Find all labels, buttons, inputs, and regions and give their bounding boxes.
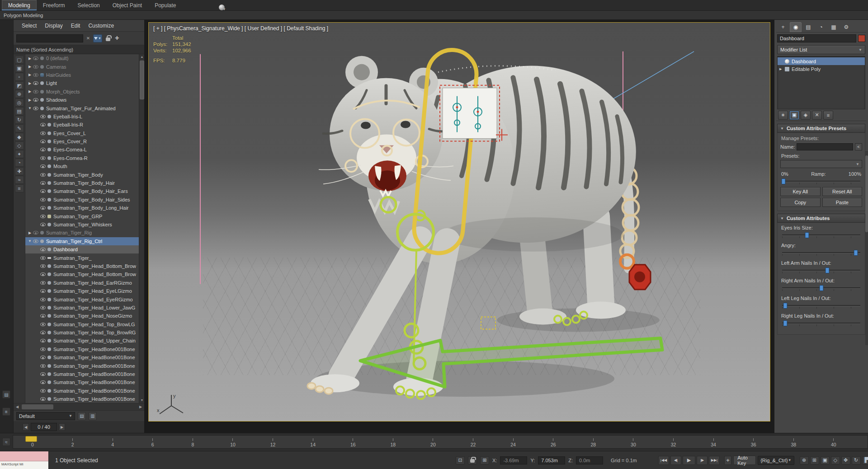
tree-vertical-scrollbar[interactable]: ▲ ▼ <box>139 54 144 403</box>
tree-row[interactable]: ▶ Sumatran_Tiger_Rig <box>25 229 139 237</box>
tree-row[interactable]: ▼ Sumatran_Tiger_Fur_Animated <box>25 104 139 112</box>
tree-horizontal-scrollbar[interactable]: ◀ ▶ <box>14 403 144 410</box>
tree-row[interactable]: Sumatran_Tiger_Body_Long_Hair <box>25 204 139 212</box>
ribbon-tab[interactable]: Object Paint <box>106 0 148 10</box>
pin-stack-icon[interactable]: ∗ <box>778 111 788 120</box>
visibility-eye-icon[interactable] <box>33 98 38 102</box>
scroll-right-icon[interactable]: ▶ <box>137 405 144 409</box>
zoom-extents-icon[interactable]: ▣ <box>821 456 830 464</box>
visibility-eye-icon[interactable] <box>33 90 38 94</box>
tree-row[interactable]: Dashboard <box>25 245 139 253</box>
copy-button[interactable]: Copy <box>780 198 821 207</box>
visibility-eye-icon[interactable] <box>40 198 46 202</box>
visibility-eye-icon[interactable] <box>33 73 38 77</box>
visibility-eye-icon[interactable] <box>40 173 46 177</box>
y-coordinate-field[interactable]: 7.053m <box>538 456 565 464</box>
tree-row[interactable]: Eyeball-Iris-L <box>25 113 139 121</box>
explorer-menu-item[interactable]: Display <box>41 22 66 30</box>
visibility-eye-icon[interactable] <box>40 356 46 359</box>
tree-row[interactable]: Sumatran_Tiger_Whiskers <box>25 220 139 229</box>
visibility-eye-icon[interactable] <box>40 281 46 285</box>
tree-row[interactable]: Sumatran_Tiger_Head_NoseGizmo <box>25 312 139 320</box>
filter-shapes-icon[interactable]: ◇ <box>15 141 24 150</box>
viewport-label[interactable]: [ + ] [ PhysCamera_Signature_Wide ] [ Us… <box>153 25 328 32</box>
maxscript-mini-listener[interactable]: MAXScript Mi <box>0 451 49 469</box>
tree-column-header[interactable]: Name (Sorted Ascending) <box>14 45 144 54</box>
select-invert-icon[interactable]: ◩ <box>15 81 24 89</box>
filter-bones-icon[interactable]: ≈ <box>15 176 24 184</box>
attribute-slider[interactable] <box>782 320 860 326</box>
auto-key-button[interactable]: Auto Key <box>733 456 756 465</box>
expand-arrow-icon[interactable]: ▶ <box>27 65 33 69</box>
tree-row[interactable]: Sumatran_Tiger_Head_Bottom_Brow <box>25 270 139 278</box>
layer-display-icon[interactable]: ▤ <box>78 412 86 420</box>
visibility-eye-icon[interactable] <box>33 56 38 60</box>
search-input[interactable] <box>16 34 83 42</box>
visibility-eye-icon[interactable] <box>40 156 46 160</box>
rollout-custom-attributes[interactable]: ▼ Custom Attributes <box>777 214 865 223</box>
expand-arrow-icon[interactable]: ▼ <box>27 239 33 243</box>
object-name-field[interactable] <box>777 34 856 42</box>
scrollbar-thumb[interactable] <box>140 61 144 99</box>
scrollbar-thumb[interactable] <box>865 155 868 232</box>
find-icon[interactable]: ◎ <box>15 98 24 107</box>
add-explorer-icon[interactable]: ✚ <box>115 35 119 41</box>
tree-row[interactable]: Sumatran_Tiger_HeadBone001Bone <box>25 370 139 378</box>
attribute-slider[interactable] <box>782 267 860 273</box>
pan-icon[interactable]: ✥ <box>841 456 850 464</box>
preset-store-button[interactable]: < <box>855 143 862 150</box>
visibility-eye-icon[interactable] <box>40 256 46 260</box>
filter-lights-icon[interactable]: ✦ <box>15 150 24 158</box>
visibility-eye-icon[interactable] <box>40 364 46 368</box>
visibility-eye-icon[interactable] <box>40 289 46 293</box>
modifier-stack-row[interactable]: ▶ Editable Poly <box>778 65 865 73</box>
pick-rename-icon[interactable]: ✎ <box>15 124 24 132</box>
maximize-viewport-icon[interactable]: ▛ <box>862 456 868 464</box>
create-tab-icon[interactable]: + <box>777 22 789 32</box>
lock-cell-icon[interactable]: ▤ <box>15 107 24 115</box>
visibility-eye-icon[interactable] <box>40 140 46 143</box>
ribbon-tab[interactable]: Freeform <box>37 0 71 10</box>
previous-frame-button[interactable]: ◀| <box>670 456 681 465</box>
visibility-eye-icon[interactable] <box>40 323 46 326</box>
tree-row[interactable]: ▶ Light <box>25 79 139 87</box>
tree-row[interactable]: Eyes_Cover_L <box>25 129 139 137</box>
modify-tab-icon[interactable]: ◉ <box>790 22 802 32</box>
visibility-eye-icon[interactable] <box>33 231 38 234</box>
configure-modifier-sets-icon[interactable]: ≡ <box>823 111 833 120</box>
z-coordinate-field[interactable]: 0.0m <box>576 456 603 464</box>
visibility-eye-icon[interactable] <box>40 123 46 127</box>
tree-row[interactable]: Sumatran_Tiger_HeadBone001Bone <box>25 345 139 353</box>
list-view-icon[interactable]: ▥ <box>89 412 97 420</box>
field-of-view-icon[interactable]: ◇ <box>831 456 840 464</box>
tree-row[interactable]: Sumatran_Tiger_HeadBone001Bone <box>25 361 139 370</box>
zoom-icon[interactable]: ⊕ <box>800 456 809 464</box>
visibility-eye-icon[interactable] <box>40 339 46 342</box>
slider-thumb[interactable] <box>783 303 787 309</box>
visibility-eye-icon[interactable] <box>40 215 46 218</box>
visibility-eye-icon[interactable] <box>40 389 46 393</box>
filter-helpers-icon[interactable]: ✚ <box>15 167 24 175</box>
modifier-list-dropdown[interactable]: Modifier List▼ <box>777 45 865 54</box>
viewport[interactable]: [ + ] [ PhysCamera_Signature_Wide ] [ Us… <box>148 22 770 422</box>
slider-thumb[interactable] <box>805 232 809 238</box>
tree-row[interactable]: Sumatran_Tiger_HeadBone001Bone <box>25 353 139 361</box>
tree-row[interactable]: Eyeball-Iris-R <box>25 121 139 129</box>
selection-set-dropdown[interactable]: {Rig_&_Ctrl}▼ <box>758 456 794 465</box>
scroll-up-icon[interactable]: ▲ <box>139 54 144 60</box>
visibility-eye-icon[interactable] <box>40 372 46 376</box>
viewport-layout-tabs-icon[interactable]: ▤ <box>2 390 10 399</box>
ribbon-tab[interactable]: Modeling <box>2 0 37 10</box>
tree-row[interactable]: Sumatran_Tiger_Head_Lower_JawG <box>25 304 139 312</box>
selection-lock-icon[interactable] <box>468 456 477 464</box>
visibility-eye-icon[interactable] <box>33 81 38 85</box>
visibility-eye-icon[interactable] <box>40 397 46 401</box>
expand-arrow-icon[interactable]: ▶ <box>27 56 33 61</box>
visibility-eye-icon[interactable] <box>40 115 46 118</box>
x-coordinate-field[interactable]: -3.69m <box>500 456 527 464</box>
key-all-button[interactable]: Key All <box>780 187 821 196</box>
object-color-swatch[interactable] <box>858 35 865 42</box>
tree-row[interactable]: Sumatran_Tiger_GRP <box>25 212 139 220</box>
time-slider[interactable] <box>25 436 37 442</box>
tree-row[interactable]: Eyes_Cover_R <box>25 137 139 145</box>
